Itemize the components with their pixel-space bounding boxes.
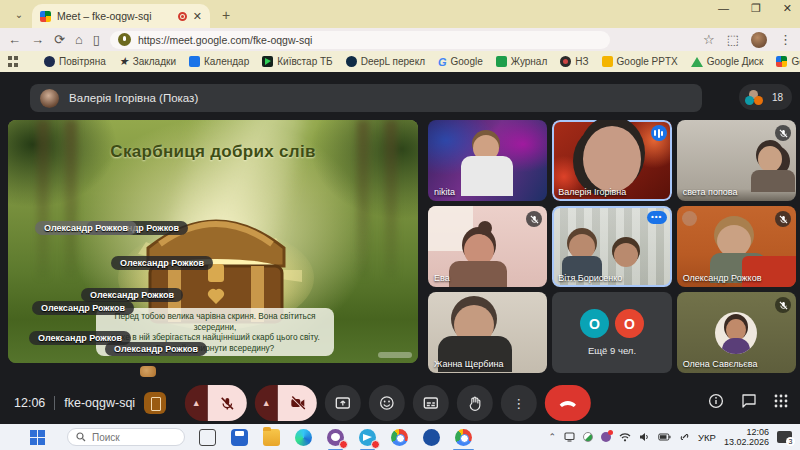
meeting-info: 12:06 fke-oqgw-sqi	[14, 392, 166, 414]
telegram-icon[interactable]	[359, 429, 376, 446]
battery-icon[interactable]	[658, 433, 671, 441]
participants-counter[interactable]: 18	[739, 84, 792, 110]
bookmark-google[interactable]: G Google	[438, 56, 483, 68]
tray-expand-icon[interactable]: ⌃	[549, 432, 557, 442]
profile-avatar[interactable]	[751, 32, 767, 48]
notification-badge	[339, 440, 348, 449]
system-tray: ⌃ УКР 12:06 13.02.2026 3	[549, 427, 800, 447]
video-tile-vitya[interactable]: ••• Вітя Борисенко	[552, 206, 671, 287]
bookmark-google-meet[interactable]: Google Meet	[776, 56, 800, 67]
person-figure	[751, 170, 795, 192]
slide-name-label: Олександр Рожков	[35, 221, 137, 235]
tab-search-chevron-icon[interactable]: ⌄	[8, 7, 30, 23]
taskbar-clock[interactable]: 12:06 13.02.2026	[724, 427, 769, 447]
more-participants-tile[interactable]: О О Ещё 9 чел.	[552, 292, 671, 373]
volume-icon[interactable]	[639, 432, 650, 442]
bookmark-deepl[interactable]: DeepL перекл	[346, 56, 425, 67]
present-screen-button[interactable]	[325, 385, 361, 421]
meeting-details-icon[interactable]	[708, 393, 724, 409]
journal-app-icon[interactable]	[231, 429, 248, 446]
display-tray-icon[interactable]	[564, 432, 575, 442]
back-icon[interactable]: ←	[8, 33, 21, 46]
task-view-icon[interactable]	[199, 429, 216, 446]
video-tile-zhanna[interactable]: Жанна Щербина	[428, 292, 547, 373]
bookmark-zhurnal[interactable]: Журнал	[496, 56, 548, 67]
video-tile-olena[interactable]: Олена Савєльєва	[677, 292, 796, 373]
search-input[interactable]	[92, 432, 172, 443]
language-indicator[interactable]: УКР	[698, 432, 716, 443]
bookmark-star-icon[interactable]: ☆	[703, 33, 715, 46]
camera-off-button[interactable]	[278, 385, 317, 421]
close-button[interactable]: ✕	[783, 2, 792, 15]
camera-options-chevron[interactable]: ▲	[255, 385, 278, 421]
bookmark-google-pptx[interactable]: Google PPTX	[602, 56, 678, 67]
overflow-avatar-initial: О	[580, 309, 609, 338]
meet-app: Валерія Ігорівна (Показ) 18 Скарбниця до…	[0, 72, 800, 424]
reactions-button[interactable]	[369, 385, 405, 421]
meet-panel-buttons	[708, 393, 788, 409]
captions-button[interactable]	[413, 385, 449, 421]
new-tab-button[interactable]: +	[222, 7, 230, 23]
activities-grid-icon[interactable]	[774, 394, 788, 408]
start-button[interactable]	[30, 430, 45, 445]
viber-tray-icon[interactable]	[601, 432, 611, 442]
antivirus-tray-icon[interactable]	[583, 432, 593, 442]
more-options-button[interactable]: ⋮	[501, 385, 537, 421]
bookmark-kyivstar-tb[interactable]: Київстар ТБ	[262, 56, 332, 67]
browser-tab[interactable]: Meet – fke-oqgw-sqi ✕	[32, 4, 210, 28]
video-tile-oleksandr[interactable]: Олександр Рожков	[677, 206, 796, 287]
bookmark-povitryana[interactable]: Повітряна	[44, 56, 106, 67]
viber-icon[interactable]	[327, 429, 344, 446]
tile-name: Ева	[434, 273, 450, 283]
notification-center-icon[interactable]: 3	[777, 431, 792, 443]
bookmark-zakladky[interactable]: ★ Закладки	[119, 55, 176, 68]
wifi-icon[interactable]	[619, 432, 631, 442]
mic-off-button[interactable]	[208, 385, 247, 421]
extensions-icon[interactable]: ⬚	[727, 33, 739, 46]
maximize-button[interactable]: ❐	[751, 2, 761, 15]
edge-icon[interactable]	[295, 429, 312, 446]
end-call-button[interactable]	[545, 385, 591, 421]
taskbar-search[interactable]	[67, 428, 185, 446]
apps-grid-icon[interactable]	[8, 56, 18, 68]
tile-name: Валерія Ігорівна	[558, 187, 626, 197]
raise-hand-button[interactable]	[457, 385, 493, 421]
minimize-button[interactable]: —	[718, 2, 729, 15]
bookmark-nz[interactable]: НЗ	[560, 56, 588, 67]
slide-watermark	[378, 352, 412, 358]
file-explorer-icon[interactable]	[263, 429, 280, 446]
app-icon-blue[interactable]	[423, 429, 440, 446]
window-controls: — ❐ ✕	[718, 2, 792, 15]
reaction-ghost-icon	[682, 211, 697, 226]
link-tray-icon[interactable]	[679, 432, 690, 442]
bookmark-label: Google	[451, 56, 483, 67]
video-tile-nikita[interactable]: nikita	[428, 120, 547, 201]
reading-list-icon[interactable]: ▯	[93, 33, 100, 46]
forward-icon[interactable]: →	[31, 33, 44, 46]
chrome-icon[interactable]	[391, 429, 408, 446]
address-bar[interactable]: https://meet.google.com/fke-oqgw-sqi	[110, 31, 610, 49]
bookmark-calendar[interactable]: Календар	[189, 56, 249, 67]
deepl-icon	[346, 56, 357, 67]
mic-options-chevron[interactable]: ▲	[185, 385, 208, 421]
bookmark-google-drive[interactable]: Google Диск	[691, 56, 764, 67]
video-tile-valeria[interactable]: Валерія Ігорівна	[552, 120, 671, 201]
site-info-icon[interactable]	[118, 33, 131, 46]
windows-taskbar: ⌃ УКР 12:06 13.02.2026 3	[0, 424, 800, 450]
kyivstar-icon	[262, 56, 273, 67]
video-tile-sveta[interactable]: света попова	[677, 120, 796, 201]
video-tile-eva[interactable]: Ева	[428, 206, 547, 287]
menu-icon[interactable]: ⋮	[779, 33, 792, 46]
classroom-door-icon[interactable]	[144, 392, 166, 414]
home-icon[interactable]: ⌂	[75, 33, 83, 46]
presentation-tile[interactable]: Скарбниця добрих слів	[8, 120, 418, 363]
slide-name-label: Олександр Рожков	[111, 256, 213, 270]
person-figure	[449, 261, 507, 287]
chrome-active-icon[interactable]	[455, 429, 472, 446]
drive-icon	[691, 57, 703, 67]
tab-close-icon[interactable]: ✕	[193, 11, 202, 22]
reload-icon[interactable]: ⟳	[54, 33, 65, 46]
chat-icon[interactable]	[741, 393, 757, 409]
slides-icon	[602, 56, 613, 67]
participant-avatars-icon	[745, 90, 767, 105]
